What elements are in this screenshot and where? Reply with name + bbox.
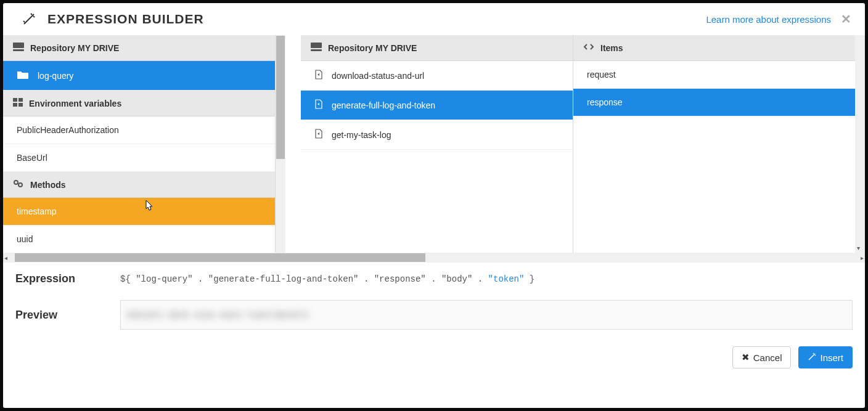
file-item-get-my-task-log[interactable]: get-my-task-log [301,120,573,150]
modal-title: EXPRESSION BUILDER [47,12,706,26]
svg-rect-5 [18,103,23,107]
item-label: request [587,70,616,79]
col3-header: Items [573,35,855,61]
item-response[interactable]: response [573,89,855,116]
expression-row: Expression ${ "log-query" . "generate-fu… [3,262,865,295]
col2-header: Repository MY DRIVE [301,35,573,61]
items-column: Items request response [573,35,855,253]
repo-item-log-query[interactable]: log-query [3,61,275,91]
svg-rect-0 [13,43,24,48]
learn-more-link[interactable]: Learn more about expressions [706,14,831,25]
item-request[interactable]: request [573,61,855,89]
preview-label: Preview [15,309,96,322]
svg-point-6 [14,181,18,184]
repository-header-label: Repository MY DRIVE [30,43,119,53]
item-label: response [587,97,623,107]
horizontal-scrollbar[interactable]: ◂ ▸ [3,253,865,262]
col1-vertical-scrollbar[interactable] [276,35,285,253]
env-item-baseurl[interactable]: BaseUrl [3,144,275,172]
columns-container: Repository MY DRIVE log-query Environmen… [3,35,865,253]
col3-header-label: Items [600,43,623,53]
method-item-timestamp[interactable]: timestamp [3,198,275,226]
file-item-generate-full-log[interactable]: generate-full-log-and-token [301,91,573,120]
magic-wand-icon [808,352,816,363]
env-item-publicheader[interactable]: PublicHeaderAuthorization [3,116,275,144]
repository-header: Repository MY DRIVE [3,35,275,61]
code-icon [583,43,594,53]
insert-button-label: Insert [820,352,843,363]
cancel-button[interactable]: ✖ Cancel [732,346,792,368]
file-item-download-status[interactable]: download-status-and-url [301,61,573,91]
repository-files-column: Repository MY DRIVE download-status-and-… [285,35,573,253]
file-icon [314,99,323,111]
expression-builder-modal: EXPRESSION BUILDER Learn more about expr… [3,3,865,408]
drive-icon [311,43,322,53]
method-item-label: timestamp [17,206,57,216]
env-vars-header-label: Environment variables [29,99,121,108]
env-item-label: PublicHeaderAuthorization [17,125,119,135]
drive-icon [13,43,24,53]
sources-column: Repository MY DRIVE log-query Environmen… [3,35,276,253]
col2-header-label: Repository MY DRIVE [328,43,417,53]
svg-rect-2 [13,98,17,102]
methods-header-label: Methods [30,180,66,190]
expression-label: Expression [15,272,96,285]
methods-header: Methods [3,172,275,198]
method-item-label: uuid [17,234,33,244]
modal-header: EXPRESSION BUILDER Learn more about expr… [3,3,865,35]
x-icon: ✖ [742,352,750,363]
gears-icon [13,179,24,190]
grid-icon [13,98,23,108]
preview-row: Preview 6803dF1-d845-42de-8d43-7a0b738b4… [3,295,865,338]
file-item-label: download-status-and-url [332,71,424,81]
env-item-label: BaseUrl [17,153,47,163]
svg-rect-3 [18,98,23,102]
preview-box: 6803dF1-d845-42de-8d43-7a0b738b4072 [120,300,853,330]
file-icon [314,70,323,81]
expression-value: ${ "log-query" . "generate-full-log-and-… [120,274,534,284]
folder-open-icon [17,70,29,81]
right-vertical-scrollbar[interactable]: ▾ [855,35,865,253]
file-item-label: get-my-task-log [332,130,391,140]
columns: Repository MY DRIVE log-query Environmen… [3,35,855,253]
svg-rect-8 [311,43,322,48]
svg-rect-9 [311,49,322,51]
svg-rect-1 [13,49,24,51]
insert-button[interactable]: Insert [798,346,853,368]
repo-item-label: log-query [38,71,73,81]
env-vars-header: Environment variables [3,91,275,116]
modal-footer: ✖ Cancel Insert [3,338,865,376]
magic-wand-icon [22,12,36,26]
cancel-button-label: Cancel [753,352,782,363]
preview-value: 6803dF1-d845-42de-8d43-7a0b738b4072 [127,310,309,320]
file-icon [314,129,323,140]
close-icon[interactable]: ✕ [841,12,851,26]
svg-rect-4 [13,103,17,107]
file-item-label: generate-full-log-and-token [332,100,435,110]
svg-point-7 [18,183,22,187]
method-item-uuid[interactable]: uuid [3,226,275,253]
